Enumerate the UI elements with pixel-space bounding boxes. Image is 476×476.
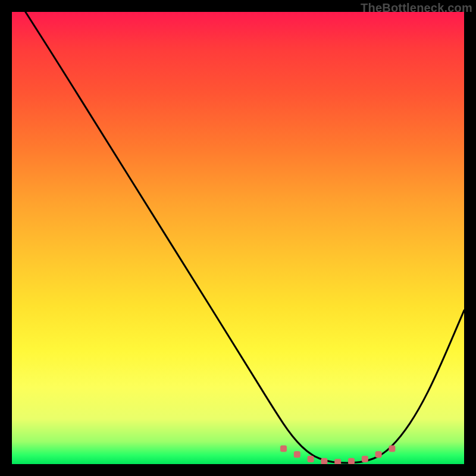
marker-dot [308, 456, 314, 462]
marker-dot [389, 445, 395, 452]
marker-dot [362, 456, 368, 462]
watermark-text: TheBottleneck.com [361, 1, 472, 15]
marker-dot [348, 458, 355, 464]
marker-dot [375, 451, 382, 458]
marker-dot [321, 458, 327, 464]
marker-dot [334, 459, 341, 464]
marker-dot [280, 445, 287, 452]
chart-frame [12, 12, 464, 464]
curve-markers [280, 445, 395, 464]
bottleneck-curve [26, 12, 464, 463]
plot-area [12, 12, 464, 464]
chart-svg [12, 12, 464, 464]
marker-dot [294, 451, 300, 458]
